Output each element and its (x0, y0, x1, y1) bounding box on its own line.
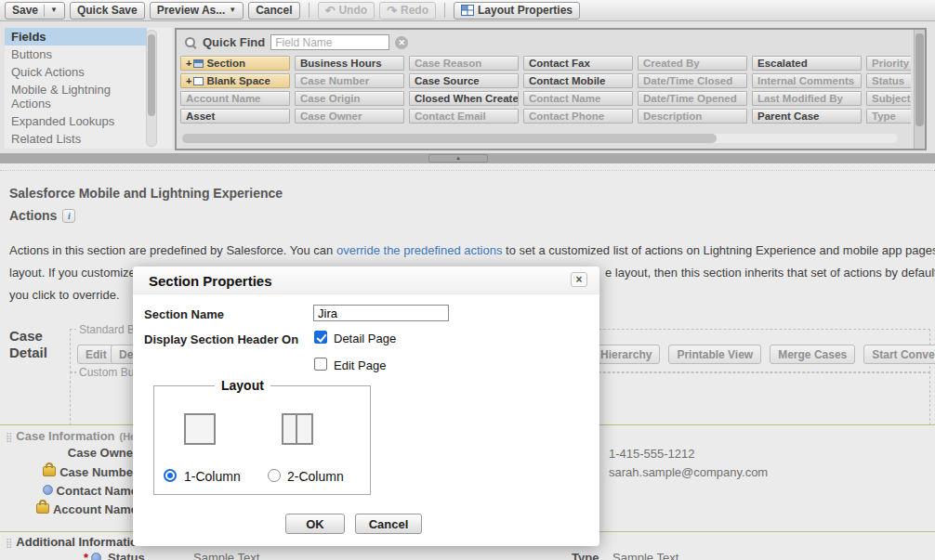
lock-icon (36, 503, 49, 514)
override-predefined-actions-link[interactable]: override the predefined actions (336, 243, 503, 257)
palette-item-section[interactable]: + Section (180, 56, 290, 71)
sidebar-item-quick-actions[interactable]: Quick Actions (5, 63, 147, 81)
type-field-label: Type (572, 551, 599, 560)
two-column-radio[interactable] (268, 469, 281, 482)
palette-item[interactable]: Case Number (295, 73, 404, 88)
status-field-row: * Status (84, 551, 145, 560)
clear-search-icon[interactable]: ✕ (395, 36, 408, 49)
edit-page-checkbox[interactable] (314, 358, 327, 371)
palette-category-list: Fields Buttons Quick Actions Mobile & Li… (5, 28, 172, 149)
sidebar-scrollbar-thumb[interactable] (148, 34, 155, 116)
two-column-preview-icon (282, 413, 313, 445)
field-value-email: sarah.sample@company.com (609, 465, 768, 479)
palette-item[interactable]: Business Hours (295, 56, 404, 71)
field-dot-icon (91, 553, 101, 560)
cancel-dialog-button[interactable]: Cancel (355, 514, 422, 534)
layout-legend: Layout (215, 378, 270, 393)
detail-page-checkbox-label: Detail Page (334, 332, 396, 345)
status-field-label: Status (108, 551, 145, 560)
start-conversation-button[interactable]: Start Conversation (863, 345, 935, 364)
merge-cases-button[interactable]: Merge Cases (770, 345, 855, 364)
actions-description-line3: you click to override. (9, 288, 120, 302)
sidebar-item-fields[interactable]: Fields (5, 28, 147, 46)
palette-item[interactable]: Contact Mobile (523, 73, 633, 88)
palette-item[interactable]: Case Source (409, 73, 519, 88)
info-icon[interactable]: i (62, 209, 75, 223)
save-dropdown-icon[interactable]: ▼ (50, 7, 58, 14)
palette-item[interactable]: Description (638, 109, 747, 124)
dialog-header[interactable]: Section Properties × (133, 267, 599, 294)
quick-find-label: Quick Find (203, 35, 265, 49)
editor-toolbar: Save ▼ Quick Save Preview As... ▼ Cancel… (0, 0, 935, 21)
undo-button[interactable]: ↶ Undo (318, 2, 375, 20)
actions-description-line1: Actions in this section are predefined b… (9, 243, 935, 257)
layout-properties-icon (461, 5, 474, 16)
sidebar-item-related-lists[interactable]: Related Lists (5, 130, 147, 148)
field-value-phone: 1-415-555-1212 (609, 447, 695, 461)
quick-find-input[interactable] (270, 34, 389, 50)
palette-vscrollbar-thumb[interactable] (915, 33, 924, 126)
palette-item[interactable]: Priority (866, 56, 911, 71)
quick-save-button[interactable]: Quick Save (70, 2, 145, 20)
sidebar-item-mobile-lightning-actions[interactable]: Mobile & Lightning Actions (5, 81, 147, 112)
close-icon[interactable]: × (571, 272, 587, 287)
sidebar-item-buttons[interactable]: Buttons (5, 46, 147, 63)
palette-item[interactable]: Contact Name (523, 91, 633, 106)
redo-icon: ↷ (387, 5, 397, 17)
quick-find-row: Quick Find ✕ (184, 34, 408, 50)
palette-item[interactable]: Case Owner (295, 109, 404, 124)
palette-item[interactable]: Created By (638, 56, 747, 71)
palette-item[interactable]: Last Modified By (752, 91, 862, 106)
case-detail-title-line2: Detail (9, 345, 47, 360)
palette-item[interactable]: Contact Phone (523, 109, 633, 124)
palette-item[interactable]: Escalated (752, 56, 862, 71)
section-name-input[interactable] (313, 305, 449, 321)
plus-icon: + (186, 75, 191, 86)
drag-handle-icon[interactable]: ⣿ (6, 538, 12, 548)
preview-as-button[interactable]: Preview As... ▼ (150, 2, 244, 20)
field-label-contact-name: Contact Name (0, 484, 138, 498)
palette-item[interactable]: Asset (180, 109, 290, 124)
layout-properties-button[interactable]: Layout Properties (454, 2, 580, 20)
palette-item[interactable]: Case Reason (409, 56, 519, 71)
required-icon: * (84, 551, 88, 560)
ok-button[interactable]: OK (285, 514, 345, 534)
palette-item-blank-space[interactable]: + Blank Space (180, 73, 290, 88)
section-properties-dialog: Section Properties × Section Name Displa… (133, 267, 599, 546)
redo-button[interactable]: ↷ Redo (379, 2, 436, 20)
one-column-radio[interactable] (164, 469, 177, 482)
palette-item[interactable]: Type (866, 109, 911, 124)
save-button[interactable]: Save ▼ (5, 2, 65, 20)
case-information-header: ⣿ Case Information (Hea (6, 429, 141, 443)
drag-handle-icon[interactable]: ⣿ (6, 432, 12, 442)
lock-icon (43, 466, 56, 476)
collapse-palette-button[interactable]: ▲ (428, 154, 488, 163)
additional-information-header: ⣿ Additional Information (6, 535, 145, 549)
dialog-title: Section Properties (149, 273, 272, 289)
palette-item[interactable]: Contact Email (409, 109, 519, 124)
detail-page-checkbox[interactable] (314, 331, 327, 344)
palette-item[interactable]: Date/Time Opened (638, 91, 747, 106)
palette-item[interactable]: Closed When Created (409, 91, 519, 106)
status-field-value: Sample Text (193, 551, 259, 560)
palette-hscrollbar-thumb[interactable] (182, 134, 717, 143)
palette-grid: + Section + Blank Space Account Name Ass… (180, 56, 911, 128)
preview-dropdown-icon: ▼ (229, 7, 236, 14)
palette-item[interactable]: Subject (866, 91, 911, 106)
palette-item[interactable]: Parent Case (752, 109, 862, 124)
palette-item[interactable]: Case Origin (295, 91, 404, 106)
palette-item[interactable]: Date/Time Closed (638, 73, 747, 88)
search-icon (184, 36, 197, 49)
sidebar-item-expanded-lookups[interactable]: Expanded Lookups (5, 112, 147, 130)
section-name-label: Section Name (144, 307, 224, 321)
plus-icon: + (186, 58, 191, 69)
field-label-account-name: Account Name (0, 502, 138, 516)
palette-item[interactable]: Contact Fax (523, 56, 633, 71)
palette-item[interactable]: Status (866, 73, 911, 88)
palette-item[interactable]: Internal Comments (752, 73, 862, 88)
printable-view-button[interactable]: Printable View (668, 345, 761, 364)
section-separator (0, 170, 935, 171)
palette-item[interactable]: Account Name (180, 91, 290, 106)
cancel-button[interactable]: Cancel (248, 2, 299, 20)
edit-button[interactable]: Edit (77, 345, 115, 364)
